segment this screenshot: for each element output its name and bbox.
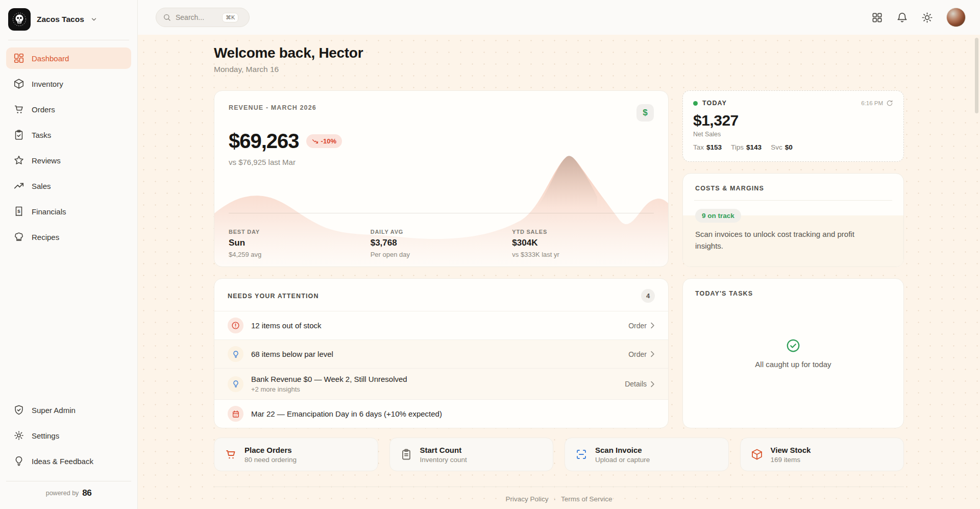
privacy-policy-link[interactable]: Privacy Policy [505, 495, 548, 503]
stat-best-day: BEST DAY Sun $4,259 avg [229, 229, 371, 258]
powered-by-label: powered by [46, 490, 79, 497]
place-orders-button[interactable]: Place Orders 80 need ordering [214, 438, 378, 471]
attention-row-title: 68 items below par level [251, 350, 333, 358]
sidebar-item-inventory[interactable]: Inventory [6, 73, 131, 94]
today-net-sales-label: Net Sales [693, 131, 893, 138]
apps-grid-button[interactable] [871, 12, 883, 23]
sidebar-item-label: Settings [32, 431, 59, 440]
lightbulb-icon [228, 376, 243, 392]
sidebar-spacer [0, 248, 137, 399]
bell-icon [896, 12, 908, 23]
today-time: 6:16 PM [861, 100, 893, 107]
dollar-icon[interactable]: $ [636, 104, 654, 122]
dashboard-grid: REVENUE - MARCH 2026 $ $69,263 -10% vs $… [214, 90, 904, 428]
gear-icon [13, 430, 24, 441]
scrollbar-thumb[interactable] [975, 38, 978, 113]
sidebar-item-label: Reviews [32, 156, 61, 165]
scan-invoice-button[interactable]: Scan Invoice Upload or capture [565, 438, 729, 471]
revenue-header: REVENUE - MARCH 2026 $ [229, 104, 654, 122]
order-link[interactable]: Order [628, 350, 655, 358]
attention-row-out-of-stock[interactable]: 12 items out of stock Order [214, 311, 668, 340]
sidebar-item-label: Sales [32, 182, 51, 190]
action-subtitle: 169 items [771, 456, 811, 464]
sidebar-divider [8, 40, 129, 40]
sidebar-item-orders[interactable]: Orders [6, 99, 131, 120]
theme-toggle-button[interactable] [921, 12, 933, 23]
today-svc: Svc$0 [771, 143, 793, 151]
dashboard-icon [13, 53, 24, 64]
sidebar-item-label: Inventory [32, 80, 63, 88]
apps-grid-icon [871, 12, 883, 23]
stat-sub: vs $333K last yr [512, 251, 654, 258]
action-text: Scan Invoice Upload or capture [595, 446, 650, 464]
notifications-button[interactable] [896, 12, 908, 23]
action-subtitle: Inventory count [420, 456, 467, 464]
sidebar-item-label: Financials [32, 207, 66, 216]
sidebar-item-ideas-feedback[interactable]: Ideas & Feedback [6, 450, 131, 472]
sidebar-item-tasks[interactable]: Tasks [6, 124, 131, 146]
skull-icon [12, 12, 27, 27]
today-card: TODAY 6:16 PM $1,327 Net Sales Tax$153 T… [682, 90, 904, 162]
costs-note-panel: Scan invoices to unlock cost tracking an… [683, 215, 903, 266]
attention-row-below-par[interactable]: 68 items below par level Order [214, 340, 668, 368]
action-title: Start Count [420, 446, 467, 454]
box-icon [751, 448, 763, 460]
sidebar-item-settings[interactable]: Settings [6, 425, 131, 446]
workspace-switcher[interactable]: Zacos Tacos [0, 0, 137, 38]
revenue-title: REVENUE - MARCH 2026 [229, 104, 316, 111]
attention-row-subtitle: +2 more insights [251, 385, 407, 393]
terms-of-service-link[interactable]: Terms of Service [561, 495, 612, 503]
chevron-down-icon [90, 16, 97, 23]
details-link[interactable]: Details [625, 380, 655, 388]
search-input[interactable] [176, 13, 217, 21]
action-text: Place Orders 80 need ordering [244, 446, 297, 464]
stat-ytd-sales: YTD SALES $304K vs $333K last yr [512, 229, 654, 258]
costs-title: COSTS & MARGINS [695, 185, 891, 192]
attention-row-bank-revenue[interactable]: Bank Revenue $0 — Week 2, Still Unresolv… [214, 368, 668, 399]
stat-value: $304K [512, 238, 654, 248]
costs-note: Scan invoices to unlock cost tracking an… [695, 229, 869, 252]
search-icon [163, 13, 171, 21]
revenue-stats: BEST DAY Sun $4,259 avg DAILY AVG $3,768… [229, 229, 654, 258]
order-link[interactable]: Order [628, 322, 655, 330]
page-title: Welcome back, Hector [214, 45, 904, 61]
attention-count-badge: 4 [641, 289, 655, 303]
scan-icon [575, 448, 587, 460]
sidebar-item-reviews[interactable]: Reviews [6, 150, 131, 171]
clipboard-icon [400, 448, 412, 460]
stat-daily-avg: DAILY AVG $3,768 Per open day [371, 229, 512, 258]
today-title: TODAY [702, 100, 727, 107]
sidebar-item-financials[interactable]: $ Financials [6, 201, 131, 222]
today-tax: Tax$153 [693, 143, 722, 151]
start-count-button[interactable]: Start Count Inventory count [389, 438, 554, 471]
today-header: TODAY 6:16 PM [693, 100, 893, 107]
quick-actions: Place Orders 80 need ordering Start Coun… [214, 438, 904, 471]
search-box[interactable]: ⌘K [156, 8, 250, 27]
chevron-right-icon [650, 322, 655, 329]
costs-divider [694, 200, 892, 201]
view-stock-button[interactable]: View Stock 169 items [740, 438, 904, 471]
sidebar-item-super-admin[interactable]: Super Admin [6, 399, 131, 421]
action-title: Place Orders [244, 446, 297, 454]
action-text: Start Count Inventory count [420, 446, 467, 464]
chart-gridline [229, 213, 654, 213]
page-footer: Privacy Policy · Terms of Service [214, 487, 904, 509]
revenue-card: REVENUE - MARCH 2026 $ $69,263 -10% vs $… [214, 90, 669, 267]
stat-sub: Per open day [371, 251, 512, 258]
today-breakdown: Tax$153 Tips$143 Svc$0 [693, 143, 893, 151]
dashboard-content: Welcome back, Hector Monday, March 16 RE… [214, 35, 904, 509]
sidebar-item-recipes[interactable]: Recipes [6, 226, 131, 248]
powered-by: powered by 86 [6, 481, 131, 506]
attention-row-holiday[interactable]: Mar 22 — Emancipation Day in 6 days (+10… [214, 399, 668, 428]
refresh-icon[interactable] [886, 100, 893, 107]
attention-row-title: Bank Revenue $0 — Week 2, Still Unresolv… [251, 375, 407, 383]
sidebar-item-label: Tasks [32, 131, 51, 139]
sidebar-item-dashboard[interactable]: Dashboard [6, 47, 131, 69]
tasks-empty-text: All caught up for today [755, 360, 831, 369]
sidebar-item-label: Ideas & Feedback [32, 457, 93, 466]
today-net-sales-amount: $1,327 [693, 112, 893, 129]
sidebar-item-sales[interactable]: Sales [6, 175, 131, 197]
svg-text:$: $ [17, 208, 20, 214]
user-avatar[interactable] [946, 8, 966, 27]
stat-value: $3,768 [371, 238, 512, 248]
